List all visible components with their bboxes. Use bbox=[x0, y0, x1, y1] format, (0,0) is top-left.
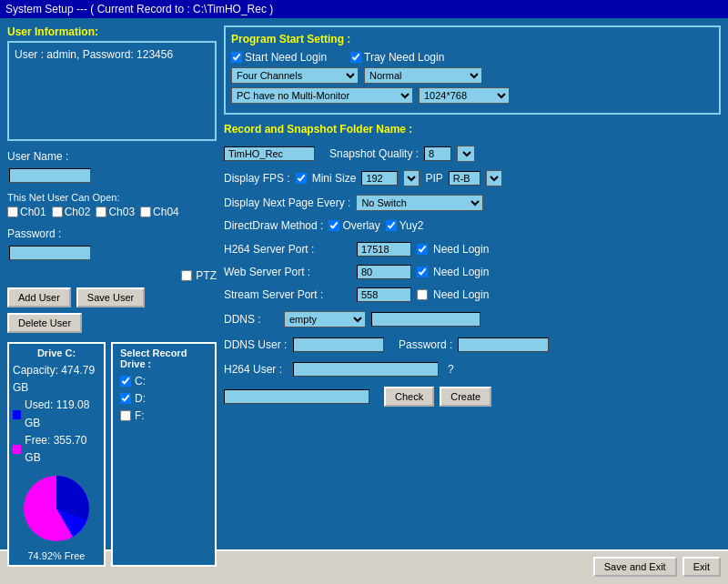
ddns-password-input[interactable] bbox=[458, 337, 549, 352]
pip-input[interactable] bbox=[449, 171, 480, 186]
start-need-login-checkbox[interactable] bbox=[231, 52, 242, 63]
save-exit-button[interactable]: Save and Exit bbox=[593, 557, 677, 577]
display-fps-checkbox[interactable] bbox=[296, 173, 307, 184]
web-port-row: Web Server Port : Need Login bbox=[224, 265, 721, 279]
yuy2-checkbox[interactable] bbox=[386, 220, 397, 231]
ddns-password-label: Password : bbox=[399, 338, 452, 351]
web-port-label: Web Server Port : bbox=[224, 266, 351, 278]
folder-name-input[interactable] bbox=[224, 146, 315, 161]
yuy2-item: Yuy2 bbox=[386, 219, 424, 232]
drive-f-checkbox[interactable] bbox=[120, 410, 131, 421]
channel-checkboxes: Ch01 Ch02 Ch03 Ch04 bbox=[7, 206, 217, 218]
ptz-row: PTZ bbox=[7, 269, 217, 282]
pip-select[interactable] bbox=[486, 170, 502, 186]
ch04-checkbox[interactable] bbox=[140, 206, 151, 217]
free-text: Free: 355.70 GB bbox=[25, 432, 100, 467]
mini-size-input[interactable] bbox=[361, 171, 398, 186]
password-label: Password : bbox=[7, 227, 71, 240]
channel-select[interactable]: Four Channels One Channel Two Channels E… bbox=[231, 67, 359, 84]
exit-button[interactable]: Exit bbox=[682, 557, 721, 577]
overlay-label: Overlay bbox=[342, 219, 379, 232]
password-row: Password : bbox=[7, 227, 217, 240]
snapshot-quality-input[interactable] bbox=[424, 146, 451, 161]
snapshot-quality-label: Snapshot Quality : bbox=[329, 147, 419, 160]
display-next-row: Display Next Page Every : No Switch 5 Se… bbox=[224, 195, 721, 211]
used-text: Used: 119.08 GB bbox=[25, 397, 100, 431]
resolution-select[interactable]: 1024*768 1280*1024 1920*1080 bbox=[419, 87, 510, 104]
overlay-checkbox[interactable] bbox=[329, 220, 339, 231]
ch03-item: Ch03 bbox=[96, 206, 135, 218]
ch01-label: Ch01 bbox=[20, 206, 46, 218]
capacity-text: Capacity: 474.79 GB bbox=[13, 362, 100, 397]
ch03-checkbox[interactable] bbox=[96, 206, 106, 217]
h264-user-label: H264 User : bbox=[224, 363, 288, 376]
ch02-checkbox[interactable] bbox=[52, 206, 63, 217]
overlay-item: Overlay bbox=[329, 219, 379, 232]
ch04-label: Ch04 bbox=[153, 206, 179, 218]
drive-f-label: F: bbox=[135, 409, 145, 422]
used-color-swatch bbox=[13, 410, 21, 419]
ch01-checkbox[interactable] bbox=[7, 206, 18, 217]
check-create-row: Check Create bbox=[224, 387, 721, 407]
username-input[interactable] bbox=[9, 168, 91, 183]
h264-need-login-label: Need Login bbox=[433, 243, 489, 256]
snapshot-quality-select[interactable] bbox=[457, 146, 475, 162]
web-need-login-checkbox[interactable] bbox=[417, 267, 428, 277]
mode-select[interactable]: Normal Auto Full Cycle bbox=[364, 67, 482, 84]
tray-need-login-label: Tray Need Login bbox=[364, 51, 444, 64]
mini-size-select[interactable] bbox=[403, 170, 420, 186]
monitor-select[interactable]: PC have no Multi-Monitor Extend Monitor bbox=[231, 87, 413, 104]
pie-chart bbox=[20, 472, 93, 545]
directdraw-label: DirectDraw Method : bbox=[224, 219, 323, 232]
user-info-text: User : admin, Password: 123456 bbox=[13, 46, 211, 63]
start-need-login-label: Start Need Login bbox=[245, 51, 327, 64]
tray-need-login-checkbox[interactable] bbox=[350, 52, 361, 63]
check-button[interactable]: Check bbox=[384, 387, 434, 407]
web-need-login-label: Need Login bbox=[433, 266, 489, 278]
folder-quality-row: Snapshot Quality : bbox=[224, 146, 721, 162]
used-legend: Used: 119.08 GB bbox=[13, 397, 100, 431]
ddns-value-input[interactable] bbox=[371, 312, 480, 327]
password-input[interactable] bbox=[9, 246, 91, 260]
ch02-item: Ch02 bbox=[52, 206, 91, 218]
stream-port-input[interactable] bbox=[357, 287, 411, 302]
drive-d-checkbox[interactable] bbox=[120, 393, 131, 404]
h264-user-input[interactable] bbox=[293, 362, 439, 377]
drive-d-label: D: bbox=[135, 392, 146, 405]
stream-need-login-label: Need Login bbox=[433, 288, 489, 301]
ddns-label: DDNS : bbox=[224, 313, 278, 326]
h264-port-row: H264 Server Port : Need Login bbox=[224, 242, 721, 257]
start-need-login-item: Start Need Login bbox=[231, 51, 327, 64]
create-button[interactable]: Create bbox=[440, 387, 491, 407]
select-record-section: Select Record Drive : C: D: F: bbox=[111, 342, 217, 567]
save-user-button[interactable]: Save User bbox=[76, 287, 145, 307]
add-user-button[interactable]: Add User bbox=[7, 287, 71, 307]
h264-token-input[interactable] bbox=[224, 389, 369, 404]
user-info-box: User : admin, Password: 123456 bbox=[7, 41, 217, 141]
main-content: User Information: User : admin, Password… bbox=[0, 18, 728, 549]
username-row: User Name : bbox=[7, 150, 217, 163]
drive-c-checkbox[interactable] bbox=[120, 376, 131, 387]
ddns-user-input[interactable] bbox=[293, 337, 384, 352]
ch01-item: Ch01 bbox=[7, 206, 46, 218]
user-info-section: User Information: User : admin, Password… bbox=[7, 25, 217, 141]
net-user-title: This Net User Can Open: bbox=[7, 192, 217, 203]
h264-port-input[interactable] bbox=[357, 242, 411, 257]
display-fps-row: Display FPS : Mini Size PIP bbox=[224, 170, 721, 186]
drive-c-section: Drive C: Capacity: 474.79 GB Used: 119.0… bbox=[7, 342, 106, 567]
stream-need-login-checkbox[interactable] bbox=[417, 289, 428, 300]
yuy2-label: Yuy2 bbox=[399, 219, 424, 232]
user-buttons-row: Add User Save User Delete User bbox=[7, 287, 217, 333]
no-switch-select[interactable]: No Switch 5 Sec 10 Sec 30 Sec bbox=[356, 195, 483, 211]
ptz-checkbox[interactable] bbox=[181, 270, 192, 281]
directdraw-row: DirectDraw Method : Overlay Yuy2 bbox=[224, 219, 721, 232]
free-legend: Free: 355.70 GB bbox=[13, 432, 100, 467]
mini-size-label: Mini Size bbox=[312, 172, 357, 185]
ddns-select[interactable]: empty DynDNS NO-IP bbox=[284, 311, 366, 327]
program-start-title: Program Start Setting : bbox=[231, 33, 713, 45]
web-port-input[interactable] bbox=[357, 265, 411, 279]
title-text: System Setup --- ( Current Record to : C… bbox=[5, 3, 273, 15]
h264-need-login-checkbox[interactable] bbox=[417, 244, 428, 255]
delete-user-button[interactable]: Delete User bbox=[7, 313, 82, 333]
ch03-label: Ch03 bbox=[108, 206, 135, 218]
